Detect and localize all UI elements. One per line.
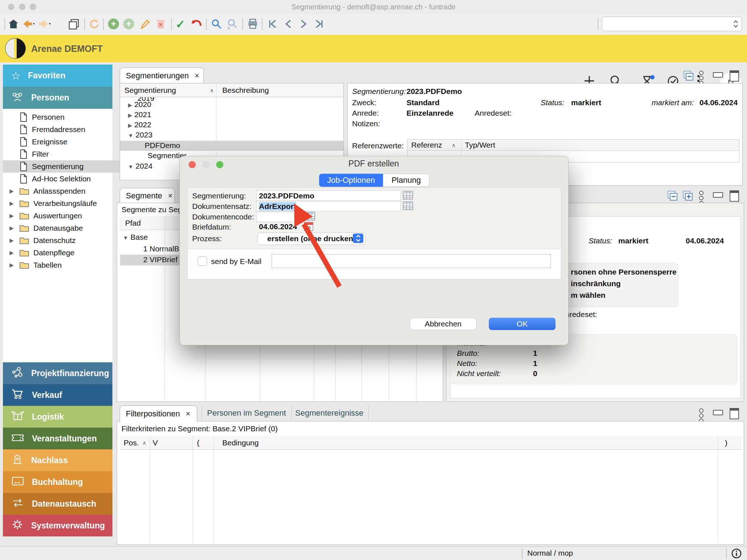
module-buchhaltung[interactable]: Buchhaltung — [3, 471, 112, 493]
tree-row-pdfdemo-selected[interactable]: PDFDemo — [120, 141, 344, 151]
prozess-dropdown[interactable]: erstellen (ohne drucken) — [257, 232, 366, 245]
send-by-email-checkbox[interactable] — [198, 256, 207, 266]
column-header-open-paren[interactable]: ( — [197, 438, 199, 447]
module-veranstaltungen[interactable]: Veranstaltungen — [3, 428, 112, 449]
sidebar-item-segmentierung[interactable]: Segmentierung — [3, 160, 129, 173]
label-notizen: Notizen: — [352, 119, 380, 128]
tree-row-2020[interactable]: ▶ 2020 — [128, 100, 151, 109]
panel-maximize-icon[interactable] — [730, 70, 739, 82]
module-nachlass[interactable]: Nachlass — [3, 449, 112, 471]
field-dokumentencode[interactable] — [256, 212, 304, 222]
field-dokumentensatz[interactable]: AdrExport — [256, 201, 401, 211]
lookup-grid-icon[interactable] — [403, 190, 413, 202]
tab-filterpositionen[interactable]: Filterpositionen × — [120, 405, 197, 421]
tab-planung[interactable]: Planung — [383, 174, 429, 187]
tree-row-2024[interactable]: ▼ 2024 — [128, 162, 152, 170]
column-header-segmentierung[interactable]: Segmentierung — [124, 86, 176, 95]
module-datenaustausch[interactable]: Datenaustausch — [3, 493, 112, 515]
column-header-close-paren[interactable]: ) — [725, 438, 727, 447]
tree-row-base[interactable]: ▼ Base — [123, 233, 148, 242]
column-header-referenz[interactable]: Referenz — [411, 141, 442, 149]
column-header-pos[interactable]: Pos. — [124, 438, 139, 447]
tree-row-2022[interactable]: ▶ 2022 — [128, 120, 151, 129]
first-record-icon[interactable] — [268, 18, 278, 31]
module-projektfinanzierung[interactable]: Projektfinanzierung — [3, 362, 112, 384]
sidebar-item-filter[interactable]: Filter — [3, 148, 129, 160]
column-header-pfad[interactable]: Pfad — [125, 219, 141, 227]
module-systemverwaltung[interactable]: Systemverwaltung — [3, 515, 112, 536]
column-header-v[interactable]: V — [153, 438, 158, 447]
home-icon[interactable] — [8, 18, 19, 31]
add-record-icon[interactable]: + — [108, 18, 119, 29]
panel-maximize-icon[interactable] — [730, 408, 739, 419]
windows-copy-icon[interactable] — [68, 18, 81, 32]
sidebar-item-fremdadressen[interactable]: Fremdadressen — [3, 123, 129, 136]
next-record-icon[interactable] — [300, 18, 308, 31]
sidebar-folder-datenausgabe[interactable]: ▶Datenausgabe — [3, 222, 112, 234]
add-copy-record-icon[interactable]: + — [123, 18, 134, 29]
sidebar-item-personen[interactable]: Personen — [3, 111, 129, 123]
panel-maximize-icon[interactable] — [730, 190, 739, 202]
tab-segmentierungen[interactable]: Segmentierungen × — [120, 67, 204, 83]
close-icon[interactable]: × — [195, 71, 199, 81]
tab-personen-im-segment[interactable]: Personen im Segment — [202, 405, 292, 421]
sidebar-folder-anlassspenden[interactable]: ▶Anlassspenden — [3, 185, 112, 197]
tab-segmente[interactable]: Segmente × — [120, 188, 175, 203]
column-header-bedingung[interactable]: Bedingung — [222, 438, 259, 447]
toolbar-separator — [262, 19, 263, 30]
refresh-icon[interactable] — [88, 18, 99, 31]
sidebar-section-personen[interactable]: Personen — [3, 87, 112, 109]
close-icon[interactable]: × — [186, 409, 190, 419]
lookup-grid-icon[interactable] — [403, 201, 413, 212]
tree-row-2021[interactable]: ▶ 2021 — [128, 110, 151, 119]
statusbar-handle[interactable] — [726, 549, 727, 558]
undo-icon[interactable] — [190, 18, 202, 31]
panel-collapse-icon[interactable] — [667, 190, 678, 203]
edit-pencil-icon[interactable] — [139, 19, 150, 32]
window-titlebar: Segmentierung - demoft@asp.arenae.ch - f… — [0, 0, 747, 14]
last-record-icon[interactable] — [314, 18, 324, 31]
panel-expand-icon[interactable] — [682, 190, 694, 203]
toolbar-combobox[interactable] — [602, 17, 742, 31]
cancel-button[interactable]: Abbrechen — [410, 318, 476, 330]
tree-row-2023[interactable]: ▼ 2023 — [128, 131, 152, 139]
search-icon[interactable] — [211, 18, 222, 31]
panel-collapse-icon[interactable] — [683, 70, 694, 83]
label-briefdatum: Briefdatum: — [192, 223, 231, 231]
field-briefdatum[interactable]: 04.06.2024 — [256, 222, 302, 232]
ok-button[interactable]: OK — [489, 318, 556, 330]
column-header-typ-wert[interactable]: Typ/Wert — [465, 141, 495, 149]
module-logistik[interactable]: Logistik — [3, 406, 112, 428]
sidebar-item-ereignisse[interactable]: Ereignisse — [3, 136, 129, 148]
search-again-icon[interactable]: c — [226, 18, 238, 32]
dropdown-stepper-icon[interactable] — [353, 234, 363, 243]
sidebar-folder-verarbeitungslaeufe[interactable]: ▶Verarbeitungsläufe — [3, 197, 112, 210]
panel-minimize-icon[interactable] — [713, 192, 723, 198]
sidebar-folder-datenschutz[interactable]: ▶Datenschutz — [3, 234, 112, 247]
forward-arrow-icon[interactable] — [38, 18, 51, 31]
calendar-icon[interactable]: 15 — [304, 221, 313, 233]
print-icon[interactable] — [247, 18, 258, 31]
info-icon[interactable] — [731, 548, 742, 560]
panel-minimize-icon[interactable] — [713, 72, 723, 78]
sidebar-item-adhoc-selektion[interactable]: Ad-Hoc Selektion — [3, 173, 129, 185]
previous-record-icon[interactable] — [284, 18, 292, 31]
tab-segmentereignisse[interactable]: Segmentereignisse — [290, 405, 369, 421]
sidebar-folder-tabellen[interactable]: ▶Tabellen — [3, 259, 112, 271]
back-arrow-icon[interactable] — [22, 18, 36, 31]
close-icon[interactable]: × — [168, 191, 173, 201]
field-segmentierung[interactable]: 2023.PDFDemo — [256, 190, 401, 201]
panel-minimize-icon[interactable] — [713, 410, 723, 415]
sidebar-section-favoriten[interactable]: ☆ Favoriten — [3, 65, 112, 87]
delete-trash-icon[interactable] — [155, 18, 166, 32]
module-verkauf[interactable]: Verkauf — [3, 384, 112, 406]
tree-row-normalbrief[interactable]: 1 NormalBr — [143, 244, 182, 253]
sidebar-folder-auswertungen[interactable]: ▶Auswertungen — [3, 210, 112, 222]
label-markiert-am: markiert am: — [652, 98, 694, 107]
tab-job-optionen[interactable]: Job-Optionen — [319, 174, 383, 187]
column-header-beschreibung[interactable]: Beschreibung — [222, 86, 269, 95]
sidebar-folder-datenpflege[interactable]: ▶Datenpflege — [3, 247, 112, 259]
email-address-input[interactable] — [272, 254, 551, 268]
confirm-check-icon[interactable]: ✓ — [176, 17, 185, 31]
statusbar-handle[interactable] — [522, 549, 523, 558]
